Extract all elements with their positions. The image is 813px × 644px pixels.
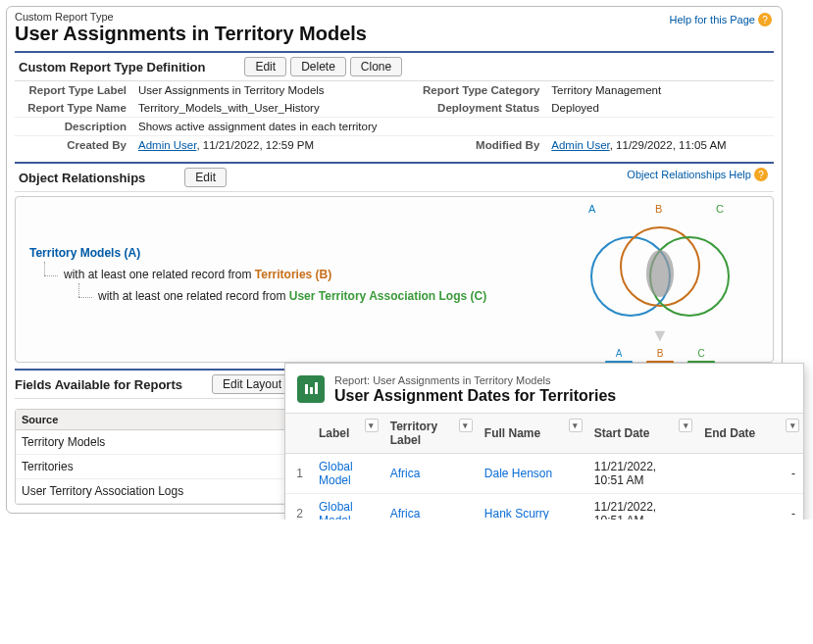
object-relationships-help-link[interactable]: Object Relationships Help <box>627 169 751 180</box>
venn-svg <box>577 223 743 321</box>
report-icon <box>297 375 325 403</box>
list-col-a: A <box>605 348 633 359</box>
venn-label-c: C <box>716 203 724 215</box>
fullname-link[interactable]: Dale Henson <box>484 467 552 480</box>
chevron-down-icon[interactable]: ▾ <box>459 419 473 432</box>
relationships-body: Territory Models (A) with at least one r… <box>15 196 774 363</box>
tree-line-2-prefix: with at least one related record from <box>98 289 289 303</box>
tree-line-2-object[interactable]: User Territory Association Logs (C) <box>289 289 486 303</box>
territory-link[interactable]: Africa <box>390 467 421 480</box>
fields-source-table: Source Territory Models Territories User… <box>15 409 309 505</box>
modified-by-time: , 11/29/2022, 11:05 AM <box>610 139 727 151</box>
report-title: User Assignment Dates for Territories <box>334 387 616 405</box>
cell-start-date: 11/21/2022, 10:51 AM <box>586 454 696 494</box>
svg-rect-4 <box>305 384 308 394</box>
definition-table: Report Type Label User Assignments in Te… <box>15 81 774 154</box>
cell-territory: Africa <box>382 454 477 494</box>
page-title: User Assignments in Territory Models <box>15 23 774 45</box>
cell-end-date: - <box>696 454 803 494</box>
list-col-c: C <box>687 348 715 359</box>
label-link[interactable]: Global Model <box>319 500 353 520</box>
definition-buttons: Edit Delete Clone <box>244 57 402 76</box>
chevron-down-icon[interactable]: ▾ <box>365 419 379 432</box>
venn-label-b: B <box>655 203 662 215</box>
relationships-title: Object Relationships <box>19 171 145 185</box>
cell-start-date: 11/21/2022, 10:51 AM <box>586 494 696 520</box>
list-col-b: B <box>646 348 674 359</box>
label-description: Description <box>15 118 132 136</box>
label-created-by: Created By <box>15 136 132 155</box>
report-table-head: Label▾ Territory Label▾ Full Name▾ Start… <box>285 414 803 454</box>
cell-label: Global Model <box>311 454 382 494</box>
cell-fullname: Dale Henson <box>477 454 586 494</box>
svg-rect-5 <box>310 387 313 394</box>
label-report-type-name: Report Type Name <box>15 99 132 118</box>
fullname-link[interactable]: Hank Scurry <box>484 507 549 520</box>
object-relationships-help: Object Relationships Help ? <box>627 168 768 181</box>
value-created-by: Admin User, 11/21/2022, 12:59 PM <box>132 136 417 155</box>
definition-section-bar: Custom Report Type Definition Edit Delet… <box>15 51 774 81</box>
modified-by-user-link[interactable]: Admin User <box>551 139 609 151</box>
cell-index: 2 <box>285 494 311 520</box>
fields-section-title: Fields Available for Reports <box>15 377 182 392</box>
chevron-down-icon[interactable]: ▾ <box>679 419 692 432</box>
cell-label: Global Model <box>311 494 382 520</box>
report-table-body: 1Global ModelAfricaDale Henson11/21/2022… <box>285 454 803 520</box>
fields-source-row[interactable]: Territories <box>16 455 308 479</box>
help-for-page-link[interactable]: Help for this Page <box>670 14 755 25</box>
cell-territory: Africa <box>382 494 477 520</box>
label-report-type-category: Report Type Category <box>417 81 545 99</box>
col-end-date[interactable]: End Date▾ <box>696 414 803 454</box>
label-modified-by: Modified By <box>417 136 545 155</box>
cell-end-date: - <box>696 494 803 520</box>
help-icon: ? <box>754 168 768 181</box>
arrow-down-icon: ▼ <box>577 325 743 346</box>
tree-line-1-prefix: with at least one related record from <box>64 268 255 281</box>
delete-button[interactable]: Delete <box>290 57 346 76</box>
report-table: Label▾ Territory Label▾ Full Name▾ Start… <box>285 413 803 520</box>
chevron-down-icon[interactable]: ▾ <box>786 419 799 432</box>
created-by-user-link[interactable]: Admin User <box>138 139 196 151</box>
page-help: Help for this Page ? <box>670 13 773 26</box>
venn-label-a: A <box>588 203 595 215</box>
fields-source-row[interactable]: Territory Models <box>16 430 308 455</box>
relationships-section-bar: Object Relationships Edit Object Relatio… <box>15 162 774 192</box>
svg-rect-6 <box>315 382 318 394</box>
value-modified-by: Admin User, 11/29/2022, 11:05 AM <box>545 136 774 155</box>
clone-button[interactable]: Clone <box>350 57 402 76</box>
cell-index: 1 <box>285 454 311 494</box>
venn-diagram: A B C ▼ A B C <box>577 203 743 385</box>
value-description: Shows active assignment dates in each te… <box>132 118 774 136</box>
col-territory-label[interactable]: Territory Label▾ <box>382 414 477 454</box>
report-header: Report: User Assignments in Territory Mo… <box>285 364 803 413</box>
report-eyebrow: Report: User Assignments in Territory Mo… <box>334 374 551 386</box>
page-eyebrow: Custom Report Type <box>15 11 774 23</box>
value-report-type-label: User Assignments in Territory Models <box>132 81 417 99</box>
fields-source-header: Source <box>16 410 308 430</box>
label-link[interactable]: Global Model <box>319 460 353 487</box>
definition-title: Custom Report Type Definition <box>19 60 205 74</box>
value-report-type-category: Territory Management <box>545 81 774 99</box>
cell-fullname: Hank Scurry <box>477 494 586 520</box>
table-row: 1Global ModelAfricaDale Henson11/21/2022… <box>285 454 803 494</box>
created-by-time: , 11/21/2022, 12:59 PM <box>196 139 314 151</box>
svg-point-3 <box>646 250 674 297</box>
territory-link[interactable]: Africa <box>390 507 421 520</box>
col-index <box>285 414 311 454</box>
col-start-date[interactable]: Start Date▾ <box>586 414 696 454</box>
edit-layout-button[interactable]: Edit Layout <box>212 374 292 394</box>
col-label[interactable]: Label▾ <box>311 414 382 454</box>
edit-button[interactable]: Edit <box>244 57 286 76</box>
value-report-type-name: Territory_Models_with_User_History <box>132 99 417 118</box>
label-deployment-status: Deployment Status <box>417 99 545 118</box>
table-row: 2Global ModelAfricaHank Scurry11/21/2022… <box>285 494 803 520</box>
chevron-down-icon[interactable]: ▾ <box>569 419 583 432</box>
relationships-edit-button[interactable]: Edit <box>184 168 227 187</box>
value-deployment-status: Deployed <box>545 99 774 118</box>
help-icon: ? <box>758 13 772 26</box>
tree-line-1-object[interactable]: Territories (B) <box>255 268 331 281</box>
col-full-name[interactable]: Full Name▾ <box>477 414 586 454</box>
label-report-type-label: Report Type Label <box>15 81 132 99</box>
fields-source-row[interactable]: User Territory Association Logs <box>16 479 308 504</box>
report-preview-card: Report: User Assignments in Territory Mo… <box>284 363 804 520</box>
